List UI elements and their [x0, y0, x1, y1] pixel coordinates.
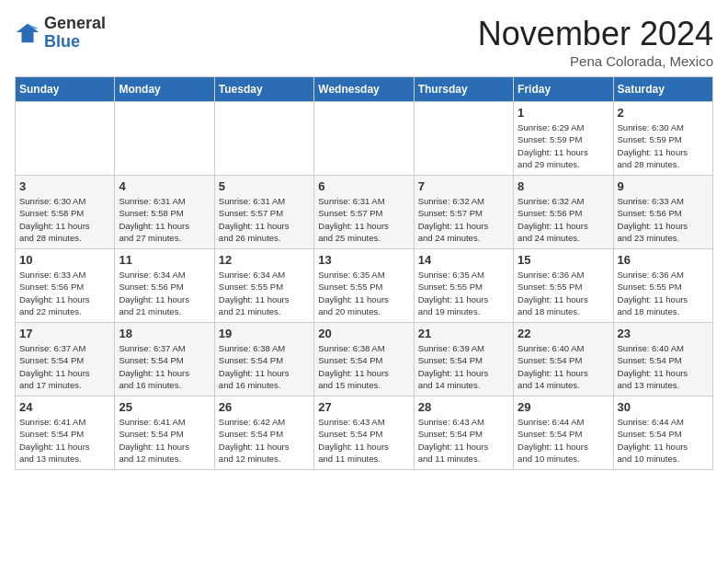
day-number: 29 — [518, 400, 609, 414]
day-number: 9 — [618, 179, 709, 193]
day-info: Sunrise: 6:31 AM Sunset: 5:57 PM Dayligh… — [219, 195, 310, 244]
day-cell: 11Sunrise: 6:34 AM Sunset: 5:56 PM Dayli… — [115, 249, 214, 323]
day-info: Sunrise: 6:41 AM Sunset: 5:54 PM Dayligh… — [119, 416, 210, 465]
week-row-2: 3Sunrise: 6:30 AM Sunset: 5:58 PM Daylig… — [16, 176, 713, 249]
day-info: Sunrise: 6:38 AM Sunset: 5:54 PM Dayligh… — [318, 342, 409, 391]
day-number: 21 — [418, 327, 509, 340]
header-friday: Friday — [514, 77, 613, 102]
day-info: Sunrise: 6:44 AM Sunset: 5:54 PM Dayligh… — [518, 416, 609, 465]
week-row-3: 10Sunrise: 6:33 AM Sunset: 5:56 PM Dayli… — [16, 249, 713, 323]
header-thursday: Thursday — [414, 77, 513, 102]
calendar-header: SundayMondayTuesdayWednesdayThursdayFrid… — [16, 77, 713, 102]
day-cell: 3Sunrise: 6:30 AM Sunset: 5:58 PM Daylig… — [16, 176, 115, 249]
day-number: 15 — [518, 253, 609, 267]
day-number: 28 — [418, 400, 509, 414]
day-cell — [16, 102, 115, 176]
header-saturday: Saturday — [613, 77, 712, 102]
calendar-body: 1Sunrise: 6:29 AM Sunset: 5:59 PM Daylig… — [16, 102, 713, 470]
day-cell: 1Sunrise: 6:29 AM Sunset: 5:59 PM Daylig… — [514, 102, 613, 176]
day-cell: 4Sunrise: 6:31 AM Sunset: 5:58 PM Daylig… — [115, 176, 214, 249]
day-number: 3 — [19, 179, 110, 193]
day-cell: 23Sunrise: 6:40 AM Sunset: 5:54 PM Dayli… — [613, 323, 712, 396]
week-row-1: 1Sunrise: 6:29 AM Sunset: 5:59 PM Daylig… — [16, 102, 713, 176]
day-number: 2 — [618, 106, 709, 120]
day-info: Sunrise: 6:43 AM Sunset: 5:54 PM Dayligh… — [418, 416, 509, 465]
day-cell: 17Sunrise: 6:37 AM Sunset: 5:54 PM Dayli… — [16, 323, 115, 396]
svg-marker-0 — [17, 24, 39, 43]
day-info: Sunrise: 6:32 AM Sunset: 5:56 PM Dayligh… — [518, 195, 609, 244]
day-info: Sunrise: 6:34 AM Sunset: 5:55 PM Dayligh… — [219, 269, 310, 317]
day-cell: 20Sunrise: 6:38 AM Sunset: 5:54 PM Dayli… — [314, 323, 414, 396]
day-number: 20 — [318, 327, 409, 340]
week-row-4: 17Sunrise: 6:37 AM Sunset: 5:54 PM Dayli… — [16, 323, 713, 396]
day-info: Sunrise: 6:35 AM Sunset: 5:55 PM Dayligh… — [318, 269, 409, 317]
day-number: 19 — [219, 327, 310, 340]
day-number: 16 — [618, 253, 709, 267]
logo-text: General Blue — [44, 15, 106, 52]
day-info: Sunrise: 6:40 AM Sunset: 5:54 PM Dayligh… — [518, 342, 609, 391]
day-number: 6 — [318, 179, 409, 193]
day-info: Sunrise: 6:37 AM Sunset: 5:54 PM Dayligh… — [19, 342, 110, 391]
day-cell: 5Sunrise: 6:31 AM Sunset: 5:57 PM Daylig… — [214, 176, 313, 249]
day-info: Sunrise: 6:30 AM Sunset: 5:59 PM Dayligh… — [618, 121, 709, 170]
day-number: 8 — [518, 179, 609, 193]
day-number: 13 — [318, 253, 409, 267]
day-info: Sunrise: 6:29 AM Sunset: 5:59 PM Dayligh… — [518, 121, 609, 170]
month-title: November 2024 — [478, 15, 713, 53]
day-cell — [414, 102, 513, 176]
day-cell: 9Sunrise: 6:33 AM Sunset: 5:56 PM Daylig… — [613, 176, 712, 249]
day-info: Sunrise: 6:37 AM Sunset: 5:54 PM Dayligh… — [119, 342, 210, 391]
day-cell: 6Sunrise: 6:31 AM Sunset: 5:57 PM Daylig… — [314, 176, 414, 249]
day-cell: 25Sunrise: 6:41 AM Sunset: 5:54 PM Dayli… — [115, 396, 214, 470]
day-cell: 7Sunrise: 6:32 AM Sunset: 5:57 PM Daylig… — [414, 176, 513, 249]
day-number: 25 — [119, 400, 210, 414]
day-number: 24 — [19, 400, 110, 414]
day-cell: 12Sunrise: 6:34 AM Sunset: 5:55 PM Dayli… — [214, 249, 313, 323]
day-info: Sunrise: 6:39 AM Sunset: 5:54 PM Dayligh… — [418, 342, 509, 391]
day-info: Sunrise: 6:34 AM Sunset: 5:56 PM Dayligh… — [119, 269, 210, 317]
day-info: Sunrise: 6:44 AM Sunset: 5:54 PM Dayligh… — [618, 416, 709, 465]
day-cell: 30Sunrise: 6:44 AM Sunset: 5:54 PM Dayli… — [613, 396, 712, 470]
calendar-table: SundayMondayTuesdayWednesdayThursdayFrid… — [15, 76, 713, 470]
day-cell: 27Sunrise: 6:43 AM Sunset: 5:54 PM Dayli… — [314, 396, 414, 470]
header-sunday: Sunday — [16, 77, 115, 102]
day-cell: 24Sunrise: 6:41 AM Sunset: 5:54 PM Dayli… — [16, 396, 115, 470]
day-cell: 10Sunrise: 6:33 AM Sunset: 5:56 PM Dayli… — [16, 249, 115, 323]
day-cell — [314, 102, 414, 176]
header-wednesday: Wednesday — [314, 77, 414, 102]
day-cell: 28Sunrise: 6:43 AM Sunset: 5:54 PM Dayli… — [414, 396, 513, 470]
day-cell: 16Sunrise: 6:36 AM Sunset: 5:55 PM Dayli… — [613, 249, 712, 323]
day-number: 22 — [518, 327, 609, 340]
day-cell: 18Sunrise: 6:37 AM Sunset: 5:54 PM Dayli… — [115, 323, 214, 396]
page-header: General Blue November 2024 Pena Colorada… — [15, 15, 713, 69]
day-info: Sunrise: 6:41 AM Sunset: 5:54 PM Dayligh… — [19, 416, 110, 465]
logo-general: General — [44, 15, 106, 33]
day-cell: 13Sunrise: 6:35 AM Sunset: 5:55 PM Dayli… — [314, 249, 414, 323]
day-cell: 21Sunrise: 6:39 AM Sunset: 5:54 PM Dayli… — [414, 323, 513, 396]
day-cell: 14Sunrise: 6:35 AM Sunset: 5:55 PM Dayli… — [414, 249, 513, 323]
day-number: 5 — [219, 179, 310, 193]
day-cell: 26Sunrise: 6:42 AM Sunset: 5:54 PM Dayli… — [214, 396, 313, 470]
header-tuesday: Tuesday — [214, 77, 313, 102]
day-cell: 19Sunrise: 6:38 AM Sunset: 5:54 PM Dayli… — [214, 323, 313, 396]
title-block: November 2024 Pena Colorada, Mexico — [478, 15, 713, 69]
day-number: 14 — [418, 253, 509, 267]
location-subtitle: Pena Colorada, Mexico — [478, 53, 713, 69]
day-info: Sunrise: 6:40 AM Sunset: 5:54 PM Dayligh… — [618, 342, 709, 391]
day-number: 7 — [418, 179, 509, 193]
day-info: Sunrise: 6:33 AM Sunset: 5:56 PM Dayligh… — [618, 195, 709, 244]
logo-blue: Blue — [44, 33, 106, 52]
day-info: Sunrise: 6:36 AM Sunset: 5:55 PM Dayligh… — [618, 269, 709, 317]
day-number: 26 — [219, 400, 310, 414]
day-info: Sunrise: 6:42 AM Sunset: 5:54 PM Dayligh… — [219, 416, 310, 465]
day-info: Sunrise: 6:30 AM Sunset: 5:58 PM Dayligh… — [19, 195, 110, 244]
day-info: Sunrise: 6:32 AM Sunset: 5:57 PM Dayligh… — [418, 195, 509, 244]
day-number: 27 — [318, 400, 409, 414]
day-number: 10 — [19, 253, 110, 267]
day-info: Sunrise: 6:31 AM Sunset: 5:58 PM Dayligh… — [119, 195, 210, 244]
day-info: Sunrise: 6:38 AM Sunset: 5:54 PM Dayligh… — [219, 342, 310, 391]
day-number: 17 — [19, 327, 110, 340]
header-monday: Monday — [115, 77, 214, 102]
day-cell: 22Sunrise: 6:40 AM Sunset: 5:54 PM Dayli… — [514, 323, 613, 396]
day-number: 4 — [119, 179, 210, 193]
